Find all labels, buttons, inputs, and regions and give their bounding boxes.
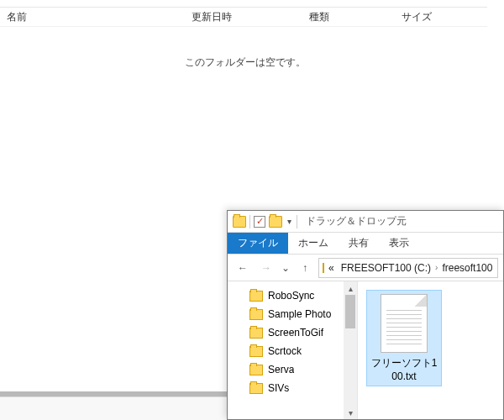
app-folder-icon[interactable] (233, 216, 246, 228)
folder-icon (249, 383, 263, 394)
scroll-thumb[interactable] (345, 295, 355, 328)
tree-item[interactable]: Scrtock (236, 342, 357, 360)
address-bar[interactable]: « FREESOFT100 (C:) › freesoft100 › (318, 258, 498, 278)
tree-item[interactable]: Serva (236, 360, 357, 379)
folder-icon (249, 328, 263, 339)
nav-back-button[interactable]: ← (233, 258, 253, 278)
column-date[interactable]: 更新日時 (185, 8, 302, 26)
address-folder-icon (323, 263, 324, 273)
ribbon-tab-share[interactable]: 共有 (339, 233, 379, 254)
window-title: ドラッグ＆ドロップ元 (306, 214, 407, 228)
qat-customize-chevron[interactable]: ▾ (286, 217, 293, 226)
quick-access-toolbar: ✓ ▾ ドラッグ＆ドロップ元 (228, 211, 503, 233)
column-name[interactable]: 名前 (0, 8, 185, 26)
nav-up-button[interactable]: ↑ (295, 258, 315, 278)
tree-item[interactable]: ScreenToGif (236, 323, 357, 342)
nav-forward-button[interactable]: → (256, 258, 276, 278)
ribbon-tabs: ファイル ホーム 共有 表示 (228, 233, 503, 255)
ribbon-tab-view[interactable]: 表示 (379, 233, 419, 254)
file-pane[interactable]: フリーソフト100.txt (358, 281, 503, 419)
column-headers: 名前 更新日時 種類 サイズ (0, 7, 487, 27)
scroll-up-arrow[interactable]: ▴ (344, 281, 357, 295)
tree-item[interactable]: Sample Photo (236, 305, 357, 323)
foreground-explorer-window[interactable]: ✓ ▾ ドラッグ＆ドロップ元 ファイル ホーム 共有 表示 ← → ⌄ ↑ « … (227, 210, 504, 420)
breadcrumb-folder[interactable]: freesoft100 (439, 262, 495, 274)
qat-newfolder-button[interactable] (269, 216, 282, 228)
file-item-selected[interactable]: フリーソフト100.txt (366, 290, 442, 386)
navigation-tree[interactable]: RoboSync Sample Photo ScreenToGif Scrtoc… (228, 281, 358, 419)
text-file-icon (381, 294, 428, 353)
folder-icon (249, 346, 263, 357)
navigation-row: ← → ⌄ ↑ « FREESOFT100 (C:) › freesoft100… (228, 255, 503, 281)
tree-item[interactable]: SIVs (236, 379, 357, 397)
nav-recent-chevron[interactable]: ⌄ (280, 258, 291, 278)
folder-icon (249, 291, 263, 302)
ribbon-tab-home[interactable]: ホーム (288, 233, 339, 254)
breadcrumb-sep-1: › (435, 263, 438, 272)
qat-properties-button[interactable]: ✓ (254, 216, 265, 228)
folder-icon (249, 309, 263, 320)
file-name-label: フリーソフト100.txt (370, 356, 438, 382)
qat-divider (249, 215, 250, 228)
breadcrumb-sep-2: › (496, 263, 498, 272)
explorer-body: RoboSync Sample Photo ScreenToGif Scrtoc… (228, 281, 503, 419)
tree-item[interactable]: RoboSync (236, 286, 357, 305)
ribbon-tab-file[interactable]: ファイル (228, 233, 288, 254)
qat-divider-2 (297, 215, 297, 228)
column-size[interactable]: サイズ (395, 8, 462, 26)
column-type[interactable]: 種類 (302, 8, 395, 26)
scroll-down-arrow[interactable]: ▾ (344, 406, 357, 419)
breadcrumb-prefix[interactable]: « (326, 262, 337, 274)
breadcrumb-drive[interactable]: FREESOFT100 (C:) (339, 262, 433, 274)
empty-folder-message: このフォルダーは空です。 (185, 55, 306, 70)
tree-scrollbar[interactable]: ▴ ▾ (344, 281, 357, 419)
status-bar (0, 396, 227, 420)
folder-icon (249, 365, 263, 375)
